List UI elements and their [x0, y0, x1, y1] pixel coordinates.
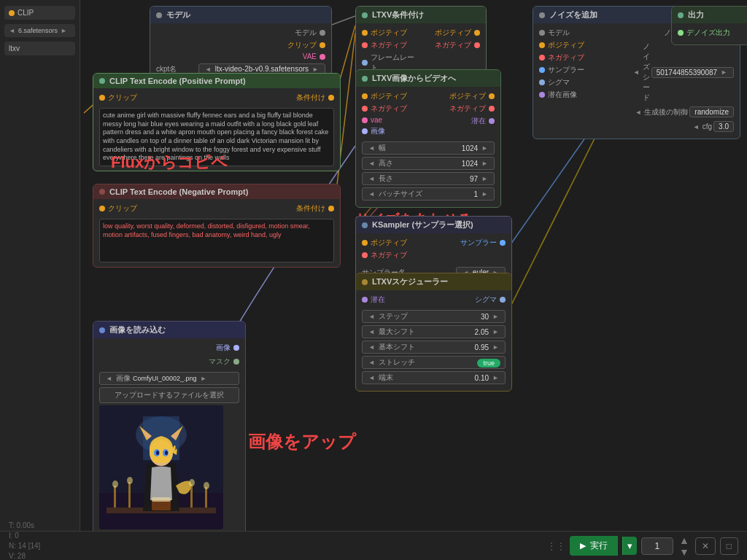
scheduler-stretch[interactable]: ◄ ストレッチ true [362, 356, 506, 369]
output-denoise-in: デノイズ出力 [678, 28, 747, 38]
clip-neg-condition-out: 条件付け [296, 203, 334, 214]
clip-pos-condition-port [328, 95, 334, 101]
baseshift-arrow-right[interactable]: ► [491, 343, 500, 351]
scheduler-maxshift[interactable]: ◄ 最大シフト 2.05 ► [362, 325, 506, 338]
width-arrow-right[interactable]: ► [480, 144, 489, 152]
run-button[interactable]: ▶ 実行 [570, 536, 618, 556]
ksampler-title: KSampler (サンプラー選択) [372, 219, 473, 230]
file-value: ComfyUI_00002_.png [133, 375, 197, 382]
steps-label: ステップ [379, 311, 408, 322]
maxshift-arrow-right[interactable]: ► [491, 328, 500, 335]
svg-line-0 [330, 16, 355, 26]
width-arrow-left[interactable]: ◄ [367, 144, 376, 152]
upload-button[interactable]: アップロードするファイルを選択 [99, 387, 239, 403]
image-preview [99, 405, 223, 529]
stat-i: I: 0 [9, 531, 45, 541]
ltxv-img-neg-out: ネガティブ [449, 104, 495, 114]
load-image-dot [99, 327, 105, 333]
stop-button[interactable]: □ [720, 537, 738, 555]
steps-arrow-right[interactable]: ► [491, 313, 500, 320]
sidebar-ltxv-label: ltxv [9, 44, 20, 52]
noise-seed-text: 501744855390087 [657, 69, 717, 77]
terminal-arrow-right[interactable]: ► [491, 374, 500, 381]
noise-cfg-value[interactable]: 3.0 [713, 121, 734, 132]
ltxv-positive-in-label: ポジティブ [371, 28, 407, 38]
ltxv-condition-header: LTXV条件付け [356, 7, 486, 23]
height-arrow-left[interactable]: ◄ [367, 160, 376, 167]
clip-positive-node: CLIP Text Encode (Positive Prompt) クリップ … [93, 73, 341, 171]
scheduler-steps-row: ◄ ステップ 30 ► [362, 310, 506, 323]
model-output-vae: VAE [156, 52, 325, 61]
batch-value: 1 [474, 190, 479, 198]
load-image-title: 画像を読み込む [109, 324, 166, 335]
length-arrow-left[interactable]: ◄ [367, 175, 376, 182]
steps-arrow-left[interactable]: ◄ [367, 313, 376, 320]
stretch-toggle[interactable]: true [477, 359, 500, 368]
scheduler-baseshift[interactable]: ◄ 基本シフト 0.95 ► [362, 341, 506, 354]
noise-steps-value[interactable]: randomize [689, 106, 734, 117]
svg-point-32 [127, 477, 133, 484]
height-arrow-right[interactable]: ► [480, 160, 489, 167]
scheduler-sigma-port [500, 297, 506, 303]
run-dropdown-button[interactable]: ▾ [622, 537, 637, 555]
maxshift-arrow-left[interactable]: ◄ [367, 328, 376, 335]
ltxv-image-video-node: LTXV画像からビデオへ ポジティブ ネガティブ vae [355, 69, 501, 208]
noise-seed-value[interactable]: 501744855390087 ► [651, 67, 734, 78]
ltxv-batch[interactable]: ◄ バッチサイズ 1 ► [362, 187, 495, 201]
ltxv-cond-negative-in: ネガティブ [362, 40, 418, 50]
batch-arrow-right[interactable]: ► [480, 190, 489, 198]
scheduler-terminal[interactable]: ◄ 端末 0.10 ► [362, 371, 506, 384]
terminal-arrow-left[interactable]: ◄ [367, 374, 376, 381]
batch-arrow-left[interactable]: ◄ [367, 190, 376, 198]
load-file[interactable]: ◄ 画像 ComfyUI_00002_.png ► [99, 372, 239, 385]
clip-neg-clip-in: クリップ [99, 203, 137, 214]
ltxv-length[interactable]: ◄ 長さ 97 ► [362, 172, 495, 185]
ltxv-img-pos-out-label: ポジティブ [449, 91, 486, 101]
noise-steps-arrow-left[interactable]: ◄ [633, 109, 643, 116]
ltxv-img-pos-out-port [489, 93, 495, 99]
scheduler-terminal-row: ◄ 端末 0.10 ► [362, 371, 506, 384]
sidebar-ltxv[interactable]: ltxv [4, 42, 75, 55]
width-label: 幅 [379, 143, 386, 153]
run-counter-input[interactable] [641, 537, 673, 555]
sidebar-clip[interactable]: CLIP [4, 6, 75, 20]
noise-seed-arrow-left[interactable]: ◄ [632, 69, 641, 76]
cancel-button[interactable]: ✕ [695, 537, 716, 555]
ltxv-cond-dot [362, 12, 368, 18]
sidebar-model-file[interactable]: ◄ 6.safetensors ► [4, 24, 75, 37]
ltxv-length-row: ◄ 長さ 97 ► [362, 172, 495, 185]
ltxv-img-pos-label: ポジティブ [371, 91, 407, 101]
noise-steps-text: randomize [694, 108, 729, 116]
ltxv-img-positive-in: ポジティブ [362, 91, 427, 101]
baseshift-arrow-left[interactable]: ◄ [367, 343, 376, 351]
scheduler-latent-label: 潜在 [371, 295, 385, 305]
noise-seed-arrow-right[interactable]: ► [719, 69, 729, 76]
ltxv-img-pos-out: ポジティブ [449, 91, 495, 101]
run-label: 実行 [590, 540, 608, 552]
file-arrow-left[interactable]: ◄ [104, 375, 114, 382]
stretch-arrow-left[interactable]: ◄ [367, 359, 376, 366]
noise-pos-in-label: ポジティブ [548, 40, 584, 50]
length-arrow-right[interactable]: ► [480, 175, 489, 182]
file-arrow-right[interactable]: ► [198, 375, 208, 382]
clip-pos-clip-in: クリップ [99, 93, 137, 103]
image-annotation: 画像をアップ [248, 430, 356, 454]
ltxv-width[interactable]: ◄ 幅 1024 ► [362, 141, 495, 155]
clip-positive-text[interactable]: cute anime girl with massive fluffy fenn… [99, 108, 334, 166]
noise-cfg-arrow-left[interactable]: ◄ [692, 123, 701, 131]
clip-pos-clip-label: クリップ [108, 93, 137, 103]
ckpt-arrow-left[interactable]: ◄ [204, 66, 213, 73]
svg-rect-20 [128, 482, 131, 508]
ltxv-height[interactable]: ◄ 高さ 1024 ► [362, 157, 495, 170]
clip-negative-text[interactable]: low quality, worst quality, deformed, di… [99, 219, 334, 262]
scheduler-sigma-label: シグマ [475, 295, 497, 305]
ltxv-negative-in-port [362, 42, 368, 48]
ltxv-scheduler-body: 潜在 シグマ ◄ ステップ 30 ► [356, 290, 511, 391]
ckpt-arrow-right[interactable]: ► [311, 66, 320, 73]
noise-model-in: モデル [539, 28, 629, 38]
noise-sampler-in: サンプラー [539, 65, 629, 75]
ltxv-negative-out-label: ネガティブ [435, 40, 471, 50]
ksampler-pos-in: ポジティブ [362, 238, 433, 248]
scheduler-steps[interactable]: ◄ ステップ 30 ► [362, 310, 506, 323]
svg-point-31 [112, 481, 118, 488]
